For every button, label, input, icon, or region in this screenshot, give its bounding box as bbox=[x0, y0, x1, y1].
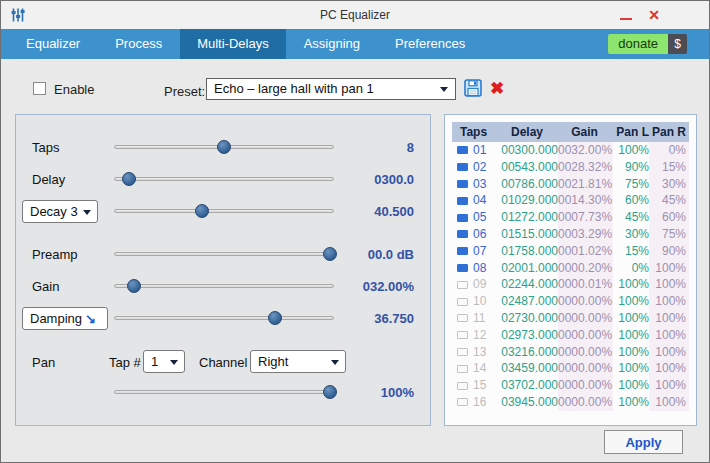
slider-track[interactable] bbox=[114, 284, 334, 288]
delay-cell: 02730.000 bbox=[496, 310, 558, 327]
table-row[interactable]: 0300786.0000021.81%75%30% bbox=[452, 176, 689, 193]
tap-checkbox[interactable] bbox=[457, 298, 468, 306]
slider-thumb[interactable] bbox=[195, 204, 209, 218]
tap-checkbox[interactable] bbox=[457, 264, 468, 272]
table-row[interactable]: 1002487.0000000.00%100%100% bbox=[452, 293, 689, 310]
slider-thumb[interactable] bbox=[217, 140, 231, 154]
taps-slider[interactable] bbox=[114, 140, 334, 154]
delay-cell: 01029.000 bbox=[496, 192, 558, 209]
tap-checkbox[interactable] bbox=[457, 180, 468, 188]
tabs-container: EqualizerProcessMulti-DelaysAssigningPre… bbox=[1, 29, 482, 59]
slider-thumb[interactable] bbox=[122, 172, 136, 186]
preamp-value: 00.0 dB bbox=[304, 247, 414, 262]
delay-cell: 00300.000 bbox=[496, 142, 558, 159]
damping-button[interactable]: Damping↘ bbox=[22, 307, 108, 330]
pan-l-cell: 100% bbox=[613, 344, 649, 361]
tap-checkbox[interactable] bbox=[457, 230, 468, 238]
table-row[interactable]: 0601515.0000003.29%30%75% bbox=[452, 226, 689, 243]
tap-checkbox[interactable] bbox=[457, 281, 468, 289]
table-row[interactable]: 0701758.0000001.02%15%90% bbox=[452, 243, 689, 260]
tab-assigning[interactable]: Assigning bbox=[287, 29, 377, 59]
gain-cell: 0032.00% bbox=[558, 142, 613, 159]
decay-slider[interactable] bbox=[114, 204, 334, 218]
decay-select[interactable]: Decay 3 bbox=[22, 200, 98, 223]
slider-track[interactable] bbox=[114, 177, 334, 181]
save-preset-button[interactable] bbox=[463, 78, 483, 98]
pan-slider[interactable] bbox=[114, 385, 334, 399]
slider-track[interactable] bbox=[114, 316, 334, 320]
tap-number: 01 bbox=[473, 142, 486, 159]
donate-currency-icon[interactable]: $ bbox=[668, 34, 687, 54]
minimize-button[interactable] bbox=[613, 1, 639, 29]
pan-r-cell: 100% bbox=[649, 360, 689, 377]
delay-cell: 02001.000 bbox=[496, 260, 558, 277]
tap-checkbox[interactable] bbox=[457, 146, 468, 154]
table-row[interactable]: 0200543.0000028.32%90%15% bbox=[452, 159, 689, 176]
close-button[interactable]: ✕ bbox=[641, 1, 667, 29]
tap-checkbox[interactable] bbox=[457, 214, 468, 222]
tap-number: 09 bbox=[473, 276, 486, 293]
table-row[interactable]: 1503702.0000000.00%100%100% bbox=[452, 377, 689, 394]
tap-checkbox[interactable] bbox=[457, 247, 468, 255]
tap-checkbox[interactable] bbox=[457, 197, 468, 205]
tap-checkbox[interactable] bbox=[457, 398, 468, 406]
damping-slider[interactable] bbox=[114, 311, 334, 325]
donate-button[interactable]: donate bbox=[608, 34, 668, 54]
preset-select[interactable]: Echo – large hall with pan 1 bbox=[206, 78, 456, 100]
tab-preferences[interactable]: Preferences bbox=[378, 29, 482, 59]
taps-table-header: Taps Delay Gain Pan L Pan R bbox=[452, 122, 689, 142]
table-row[interactable]: 0501272.0000007.73%45%60% bbox=[452, 209, 689, 226]
table-row[interactable]: 0401029.0000014.30%60%45% bbox=[452, 192, 689, 209]
table-row[interactable]: 0802001.0000000.20%0%100% bbox=[452, 260, 689, 277]
table-row[interactable]: 1403459.0000000.00%100%100% bbox=[452, 360, 689, 377]
tab-multi-delays[interactable]: Multi-Delays bbox=[180, 29, 286, 59]
tap-number: 06 bbox=[473, 226, 486, 243]
pan-r-cell: 0% bbox=[649, 142, 689, 159]
slider-track[interactable] bbox=[114, 209, 334, 213]
gain-slider[interactable] bbox=[114, 279, 334, 293]
tap-cell: 14 bbox=[452, 360, 496, 377]
pan-channel-select[interactable]: Right bbox=[250, 350, 346, 373]
slider-thumb[interactable] bbox=[127, 279, 141, 293]
tab-equalizer[interactable]: Equalizer bbox=[9, 29, 97, 59]
delay-cell: 02973.000 bbox=[496, 327, 558, 344]
pan-r-cell: 100% bbox=[649, 377, 689, 394]
pan-l-cell: 30% bbox=[613, 226, 649, 243]
col-header-pan-r: Pan R bbox=[649, 122, 689, 142]
tap-cell: 16 bbox=[452, 394, 496, 411]
apply-button[interactable]: Apply bbox=[604, 430, 683, 454]
table-row[interactable]: 0902244.0000000.01%100%100% bbox=[452, 276, 689, 293]
table-row[interactable]: 1102730.0000000.00%100%100% bbox=[452, 310, 689, 327]
slider-track[interactable] bbox=[114, 252, 334, 256]
delay-slider[interactable] bbox=[114, 172, 334, 186]
tap-cell: 06 bbox=[452, 226, 496, 243]
pan-tap-select[interactable]: 1 bbox=[143, 350, 185, 373]
table-row[interactable]: 1603945.0000000.00%100%100% bbox=[452, 394, 689, 411]
table-row[interactable]: 0100300.0000032.00%100%0% bbox=[452, 142, 689, 159]
tap-checkbox[interactable] bbox=[457, 314, 468, 322]
tap-checkbox[interactable] bbox=[457, 331, 468, 339]
tap-number: 07 bbox=[473, 243, 486, 260]
tap-checkbox[interactable] bbox=[457, 163, 468, 171]
tap-checkbox[interactable] bbox=[457, 382, 468, 390]
table-row[interactable]: 1303216.0000000.00%100%100% bbox=[452, 344, 689, 361]
tap-number: 12 bbox=[473, 327, 486, 344]
slider-thumb[interactable] bbox=[268, 311, 282, 325]
gain-cell: 0003.29% bbox=[558, 226, 613, 243]
slider-track[interactable] bbox=[114, 390, 334, 394]
chevron-down-icon bbox=[331, 360, 339, 365]
tap-checkbox[interactable] bbox=[457, 365, 468, 373]
tap-checkbox[interactable] bbox=[457, 348, 468, 356]
table-row[interactable]: 1202973.0000000.00%100%100% bbox=[452, 327, 689, 344]
delay-cell: 02244.000 bbox=[496, 276, 558, 293]
tab-process[interactable]: Process bbox=[98, 29, 179, 59]
tap-number: 08 bbox=[473, 260, 486, 277]
pan-r-cell: 100% bbox=[649, 260, 689, 277]
preamp-slider[interactable] bbox=[114, 247, 334, 261]
pan-l-cell: 15% bbox=[613, 243, 649, 260]
delete-preset-button[interactable]: ✖ bbox=[490, 79, 504, 99]
gain-cell: 0007.73% bbox=[558, 209, 613, 226]
enable-checkbox[interactable] bbox=[33, 82, 46, 95]
delay-cell: 01758.000 bbox=[496, 243, 558, 260]
tap-cell: 11 bbox=[452, 310, 496, 327]
